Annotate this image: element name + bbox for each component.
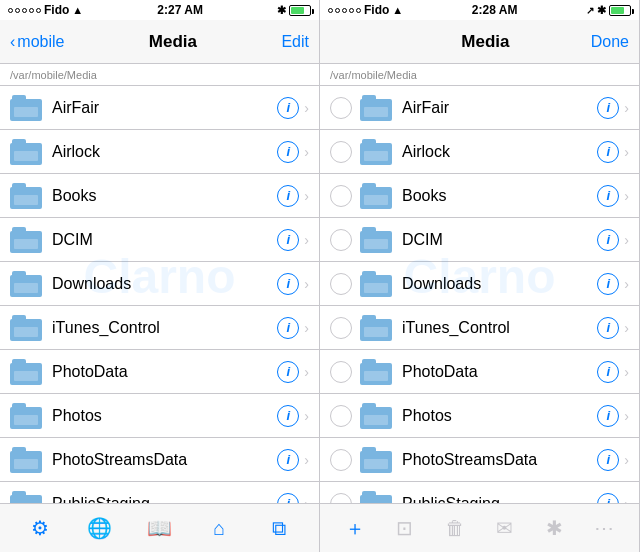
select-circle[interactable] xyxy=(330,185,352,207)
info-button[interactable]: i xyxy=(277,361,299,383)
file-name: Downloads xyxy=(52,275,277,293)
chevron-icon: › xyxy=(624,100,629,116)
list-item[interactable]: Photos i › xyxy=(0,394,319,438)
list-item[interactable]: DCIM i › xyxy=(320,218,639,262)
inbox-button[interactable]: ⊡ xyxy=(385,508,425,548)
folder-icon xyxy=(10,139,42,165)
path-bar-right: /var/mobile/Media xyxy=(320,64,639,86)
info-button[interactable]: i xyxy=(597,317,619,339)
info-button[interactable]: i xyxy=(597,229,619,251)
chevron-icon: › xyxy=(624,188,629,204)
bluetooth-button[interactable]: ✱ xyxy=(534,508,574,548)
info-button[interactable]: i xyxy=(597,405,619,427)
folder-icon xyxy=(10,491,42,504)
signal-left xyxy=(8,8,41,13)
status-bar-left: Fido ▲ 2:27 AM ✱ xyxy=(0,0,319,20)
info-button[interactable]: i xyxy=(597,449,619,471)
back-label-left: mobile xyxy=(17,33,64,51)
folder-icon xyxy=(360,491,392,504)
battery-right xyxy=(609,5,631,16)
home-button[interactable]: ⌂ xyxy=(199,508,239,548)
chevron-icon: › xyxy=(624,232,629,248)
trash-button[interactable]: 🗑 xyxy=(435,508,475,548)
globe-button[interactable]: 🌐 xyxy=(80,508,120,548)
file-name: Books xyxy=(402,187,597,205)
info-button[interactable]: i xyxy=(277,97,299,119)
info-button[interactable]: i xyxy=(597,97,619,119)
menu-button[interactable]: ⋯ xyxy=(584,508,624,548)
edit-button-left[interactable]: Edit xyxy=(281,33,309,51)
info-button[interactable]: i xyxy=(597,361,619,383)
folder-icon xyxy=(10,315,42,341)
select-circle[interactable] xyxy=(330,361,352,383)
list-item[interactable]: Airlock i › xyxy=(0,130,319,174)
list-item[interactable]: AirFair i › xyxy=(0,86,319,130)
list-item[interactable]: Books i › xyxy=(0,174,319,218)
select-circle[interactable] xyxy=(330,449,352,471)
select-circle[interactable] xyxy=(330,141,352,163)
folder-icon xyxy=(10,403,42,429)
list-item[interactable]: PublicStaging i › xyxy=(320,482,639,503)
signal-dot-1 xyxy=(8,8,13,13)
list-item[interactable]: DCIM i › xyxy=(0,218,319,262)
plus-button[interactable]: ＋ xyxy=(335,508,375,548)
time-left: 2:27 AM xyxy=(157,3,203,17)
bt-left: ✱ xyxy=(277,4,286,17)
list-item[interactable]: PublicStaging i › xyxy=(0,482,319,503)
info-button[interactable]: i xyxy=(277,185,299,207)
info-button[interactable]: i xyxy=(277,317,299,339)
signal-dot-2 xyxy=(15,8,20,13)
file-name: AirFair xyxy=(52,99,277,117)
select-circle[interactable] xyxy=(330,97,352,119)
signal-dot-r5 xyxy=(356,8,361,13)
file-name: PhotoStreamsData xyxy=(52,451,277,469)
signal-dot-3 xyxy=(22,8,27,13)
signal-right xyxy=(328,8,361,13)
select-circle[interactable] xyxy=(330,405,352,427)
list-item[interactable]: Photos i › xyxy=(320,394,639,438)
list-item[interactable]: AirFair i › xyxy=(320,86,639,130)
folder-icon xyxy=(360,95,392,121)
chevron-icon: › xyxy=(304,364,309,380)
select-circle[interactable] xyxy=(330,273,352,295)
info-button[interactable]: i xyxy=(597,273,619,295)
list-item[interactable]: Downloads i › xyxy=(320,262,639,306)
battery-left xyxy=(289,5,311,16)
list-item[interactable]: iTunes_Control i › xyxy=(0,306,319,350)
info-button[interactable]: i xyxy=(277,493,299,504)
chevron-icon: › xyxy=(304,232,309,248)
chevron-icon: › xyxy=(304,276,309,292)
info-button[interactable]: i xyxy=(597,141,619,163)
list-item[interactable]: PhotoStreamsData i › xyxy=(320,438,639,482)
select-circle[interactable] xyxy=(330,229,352,251)
right-panel: Clarno Fido ▲ 2:28 AM ↗ ✱ Media Done xyxy=(320,0,640,552)
info-button[interactable]: i xyxy=(277,141,299,163)
list-item[interactable]: Books i › xyxy=(320,174,639,218)
list-item[interactable]: Downloads i › xyxy=(0,262,319,306)
done-button-right[interactable]: Done xyxy=(591,33,629,51)
path-bar-left: /var/mobile/Media xyxy=(0,64,319,86)
file-name: PublicStaging xyxy=(402,495,597,504)
list-item[interactable]: PhotoStreamsData i › xyxy=(0,438,319,482)
info-button[interactable]: i xyxy=(277,449,299,471)
list-item[interactable]: PhotoData i › xyxy=(0,350,319,394)
info-button[interactable]: i xyxy=(277,405,299,427)
info-button[interactable]: i xyxy=(597,185,619,207)
gear-button[interactable]: ⚙ xyxy=(20,508,60,548)
select-circle[interactable] xyxy=(330,317,352,339)
select-circle[interactable] xyxy=(330,493,352,504)
back-button-left[interactable]: ‹ mobile xyxy=(10,33,64,51)
info-button[interactable]: i xyxy=(277,229,299,251)
nav-title-right: Media xyxy=(380,32,591,52)
info-button[interactable]: i xyxy=(277,273,299,295)
file-name: Downloads xyxy=(402,275,597,293)
mail-button[interactable]: ✉ xyxy=(484,508,524,548)
folder-icon xyxy=(10,271,42,297)
list-item[interactable]: iTunes_Control i › xyxy=(320,306,639,350)
book-button[interactable]: 📖 xyxy=(139,508,179,548)
list-item[interactable]: Airlock i › xyxy=(320,130,639,174)
toolbar-right: ＋ ⊡ 🗑 ✉ ✱ ⋯ xyxy=(320,503,639,552)
info-button[interactable]: i xyxy=(597,493,619,504)
list-item[interactable]: PhotoData i › xyxy=(320,350,639,394)
files-button[interactable]: ⧉ xyxy=(259,508,299,548)
